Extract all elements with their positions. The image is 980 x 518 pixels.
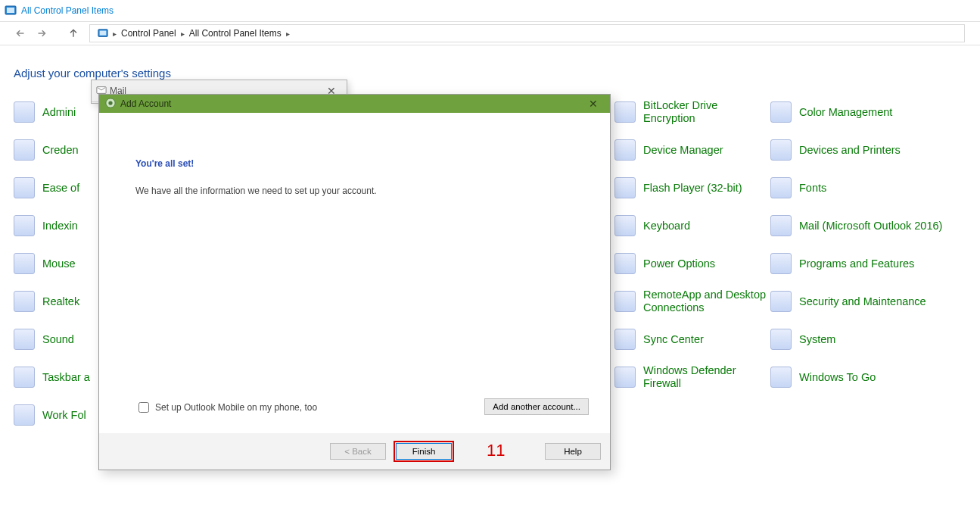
mail-outlook-2016-icon <box>770 215 792 236</box>
cp-item-device-manager[interactable]: Device Manager <box>614 131 766 169</box>
breadcrumb-icon <box>93 28 113 39</box>
windows-to-go-icon <box>770 367 792 388</box>
cp-item-sync-center[interactable]: Sync Center <box>614 320 766 358</box>
dialog-subtext: We have all the information we need to s… <box>135 186 574 196</box>
fonts-icon <box>770 177 792 198</box>
outlook-mobile-checkbox-row[interactable]: Set up Outlook Mobile on my phone, too <box>135 400 317 415</box>
cp-item-label: Windows Defender Firewall <box>643 364 766 389</box>
cp-item-security-and-maintenance[interactable]: Security and Maintenance <box>770 282 967 320</box>
window-title: All Control Panel Items <box>21 5 114 16</box>
security-and-maintenance-icon <box>770 291 792 312</box>
cp-item-label: Work Fol <box>42 409 86 422</box>
up-button[interactable] <box>65 25 82 42</box>
realtek-audio-icon <box>14 291 35 312</box>
cp-item-label: Security and Maintenance <box>799 295 926 308</box>
navigation-bar: ▸ Control Panel ▸ All Control Panel Item… <box>0 22 980 45</box>
sound-icon <box>14 329 35 350</box>
cp-item-windows-to-go[interactable]: Windows To Go <box>770 358 967 396</box>
svg-rect-3 <box>100 31 107 36</box>
dialog-headline: You're all set! <box>135 158 574 169</box>
cp-item-label: Mail (Microsoft Outlook 2016) <box>799 220 942 232</box>
cp-item-label: Programs and Features <box>799 257 914 270</box>
finish-button[interactable]: Finish <box>396 443 452 460</box>
flash-player-icon <box>614 177 636 198</box>
remoteapp-icon <box>614 291 636 312</box>
cp-item-label: Creden <box>42 144 79 157</box>
breadcrumb-segment-1[interactable]: Control Panel <box>117 28 181 39</box>
address-bar[interactable]: ▸ Control Panel ▸ All Control Panel Item… <box>89 24 965 42</box>
breadcrumb-segment-2[interactable]: All Control Panel Items <box>185 28 286 39</box>
cp-item-remoteapp[interactable]: RemoteApp and Desktop Connections <box>614 282 766 320</box>
cp-item-label: Devices and Printers <box>799 144 901 157</box>
cp-item-system[interactable]: System <box>770 320 967 358</box>
back-button[interactable] <box>12 25 29 42</box>
cp-item-label: Mouse <box>42 257 76 270</box>
cp-item-power-options[interactable]: Power Options <box>614 245 766 282</box>
indexing-options-icon <box>14 215 35 236</box>
finish-highlight: Finish <box>394 441 454 462</box>
dialog-icon <box>105 98 116 111</box>
taskbar-and-navigation-icon <box>14 367 35 388</box>
add-account-dialog: Add Account ✕ You're all set! We have al… <box>98 94 611 470</box>
svg-point-6 <box>108 101 112 105</box>
cp-item-bitlocker[interactable]: BitLocker Drive Encryption <box>614 93 766 131</box>
cp-item-label: Windows To Go <box>799 371 876 384</box>
cp-item-label: Power Options <box>643 257 715 270</box>
cp-item-keyboard[interactable]: Keyboard <box>614 207 766 245</box>
cp-item-label: Admini <box>42 106 76 119</box>
cp-item-label: RemoteApp and Desktop Connections <box>643 289 766 314</box>
chevron-right-icon: ▸ <box>286 30 290 38</box>
bitlocker-icon <box>614 101 636 123</box>
cp-item-label: Taskbar a <box>42 371 90 384</box>
back-button-dialog: < Back <box>330 443 386 460</box>
windows-defender-firewall-icon <box>614 367 636 388</box>
add-another-account-button[interactable]: Add another account... <box>484 398 589 415</box>
cp-item-label: Sync Center <box>643 333 704 346</box>
dialog-titlebar: Add Account ✕ <box>99 95 610 113</box>
forward-button[interactable] <box>33 25 50 42</box>
dialog-title: Add Account <box>120 98 171 109</box>
sync-center-icon <box>614 329 636 350</box>
color-management-icon <box>770 101 792 123</box>
cp-item-mail-outlook-2016[interactable]: Mail (Microsoft Outlook 2016) <box>770 207 967 245</box>
cp-item-windows-defender-firewall[interactable]: Windows Defender Firewall <box>614 358 766 396</box>
cp-item-label: BitLocker Drive Encryption <box>643 99 766 124</box>
cp-item-label: Keyboard <box>643 220 690 232</box>
cp-item-label: Color Management <box>799 106 892 119</box>
cp-item-label: Fonts <box>799 182 826 195</box>
outlook-mobile-checkbox[interactable] <box>138 402 149 413</box>
dialog-close-button[interactable]: ✕ <box>583 98 604 110</box>
cp-item-programs-and-features[interactable]: Programs and Features <box>770 245 967 282</box>
power-options-icon <box>614 253 636 274</box>
cp-item-flash-player[interactable]: Flash Player (32-bit) <box>614 169 766 207</box>
cp-item-label: System <box>799 333 835 346</box>
cp-item-label: Ease of <box>42 182 79 195</box>
device-manager-icon <box>614 139 636 161</box>
cp-item-label: Device Manager <box>643 144 723 157</box>
keyboard-icon <box>614 215 636 236</box>
window-titlebar: All Control Panel Items <box>0 0 980 22</box>
cp-item-label: Indexin <box>42 220 78 232</box>
control-panel-icon <box>5 5 17 17</box>
dialog-footer: < Back Finish Help 11 <box>99 433 610 470</box>
mouse-icon <box>14 253 35 274</box>
system-icon <box>770 329 792 350</box>
cp-item-label: Flash Player (32-bit) <box>643 182 742 195</box>
credential-manager-icon <box>14 139 35 161</box>
annotation-number: 11 <box>487 441 505 460</box>
devices-and-printers-icon <box>770 139 792 161</box>
svg-rect-1 <box>7 8 14 13</box>
cp-item-devices-and-printers[interactable]: Devices and Printers <box>770 131 967 169</box>
cp-item-label: Sound <box>42 333 74 346</box>
cp-item-label: Realtek <box>42 295 79 308</box>
cp-item-fonts[interactable]: Fonts <box>770 169 967 207</box>
programs-and-features-icon <box>770 253 792 274</box>
work-folders-icon <box>14 404 35 426</box>
help-button[interactable]: Help <box>545 443 601 460</box>
outlook-mobile-checkbox-label: Set up Outlook Mobile on my phone, too <box>155 402 317 413</box>
administrative-tools-icon <box>14 101 35 123</box>
cp-item-color-management[interactable]: Color Management <box>770 93 967 131</box>
ease-of-access-icon <box>14 177 35 198</box>
